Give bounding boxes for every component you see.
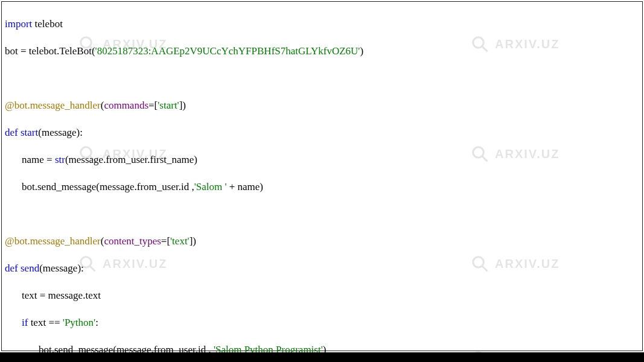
kw-def: def (5, 127, 18, 138)
bottom-bar (0, 352, 644, 362)
string-token: '8025187323:AAGEp2V9UCcYchYFPBHfS7hatGLY… (95, 45, 360, 57)
code-block: import telebot bot = telebot.TeleBot('80… (0, 0, 644, 362)
decorator: @bot.message_handler (5, 100, 101, 111)
kw-if: if (22, 317, 28, 328)
fn-start: start (21, 127, 38, 138)
kw-def: def (5, 262, 18, 274)
kw-import: import (5, 18, 32, 30)
decorator: @bot.message_handler (5, 235, 101, 247)
fn-send: send (21, 262, 39, 274)
